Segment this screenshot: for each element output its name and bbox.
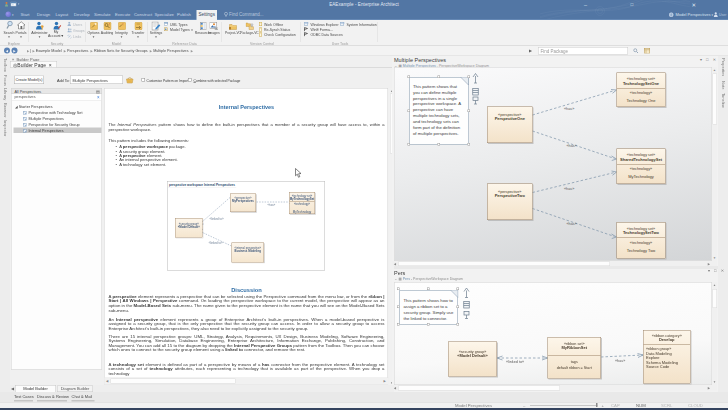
svg-text:!: !	[123, 23, 124, 27]
svg-text:!: !	[109, 23, 110, 27]
